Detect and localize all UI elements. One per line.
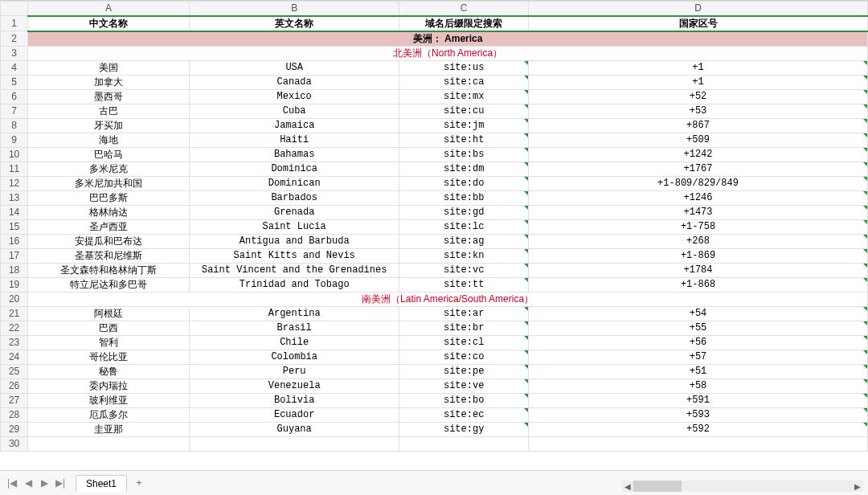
- cell-site[interactable]: site:lc: [399, 219, 529, 234]
- grid-area[interactable]: A B C D 1中文名称英文名称域名后缀限定搜索国家区号2美洲： Americ…: [0, 1, 868, 471]
- row-header[interactable]: 1: [1, 16, 28, 31]
- cell-cn[interactable]: 阿根廷: [28, 306, 190, 321]
- row-header[interactable]: 16: [1, 234, 28, 248]
- region-sa-label[interactable]: 南美洲（Latin America/South America）: [28, 292, 868, 306]
- row-header[interactable]: 26: [1, 378, 28, 393]
- cell-code[interactable]: [529, 436, 868, 451]
- cell-en[interactable]: Dominican: [190, 176, 399, 190]
- cell-cn[interactable]: 委内瑞拉: [28, 378, 190, 393]
- add-sheet-button[interactable]: +: [132, 476, 146, 490]
- cell-site[interactable]: site:co: [399, 350, 529, 364]
- cell-cn[interactable]: 美国: [28, 60, 190, 75]
- cell-en[interactable]: Ecuador: [190, 407, 399, 422]
- row-header[interactable]: 14: [1, 205, 28, 219]
- sheet-nav-first[interactable]: |◀: [5, 476, 19, 490]
- cell-code[interactable]: +1-758: [529, 219, 868, 234]
- row-header[interactable]: 2: [1, 31, 28, 47]
- cell-site[interactable]: site:kn: [399, 248, 529, 263]
- col-title-en[interactable]: 英文名称: [190, 16, 399, 31]
- cell-code[interactable]: +1473: [529, 205, 868, 219]
- hscroll-right[interactable]: ▶: [852, 481, 863, 492]
- cell-code[interactable]: +867: [529, 118, 868, 133]
- cell-code[interactable]: +1246: [529, 190, 868, 205]
- cell-site[interactable]: [399, 436, 529, 451]
- col-header-A[interactable]: A: [28, 2, 190, 16]
- cell-site[interactable]: site:ht: [399, 133, 529, 147]
- cell-code[interactable]: +56: [529, 335, 868, 350]
- cell-site[interactable]: site:gy: [399, 422, 529, 436]
- row-header[interactable]: 24: [1, 350, 28, 364]
- cell-site[interactable]: site:br: [399, 321, 529, 335]
- cell-site[interactable]: site:bb: [399, 190, 529, 205]
- cell-code[interactable]: +51: [529, 364, 868, 378]
- cell-en[interactable]: Grenada: [190, 205, 399, 219]
- cell-code[interactable]: +52: [529, 89, 868, 104]
- cell-code[interactable]: +57: [529, 350, 868, 364]
- cell-code[interactable]: +1: [529, 60, 868, 75]
- cell-site[interactable]: site:cl: [399, 335, 529, 350]
- cell-cn[interactable]: 巴巴多斯: [28, 190, 190, 205]
- select-all-corner[interactable]: [1, 2, 28, 16]
- cell-cn[interactable]: 圣文森特和格林纳丁斯: [28, 263, 190, 277]
- cell-cn[interactable]: 古巴: [28, 104, 190, 118]
- cell-code[interactable]: +1767: [529, 162, 868, 176]
- row-header[interactable]: 28: [1, 407, 28, 422]
- cell-cn[interactable]: 哥伦比亚: [28, 350, 190, 364]
- cell-en[interactable]: Colombia: [190, 350, 399, 364]
- row-header[interactable]: 15: [1, 219, 28, 234]
- cell-site[interactable]: site:us: [399, 60, 529, 75]
- cell-en[interactable]: Brasil: [190, 321, 399, 335]
- cell-en[interactable]: Canada: [190, 75, 399, 89]
- row-header[interactable]: 3: [1, 46, 28, 60]
- cell-en[interactable]: Bahamas: [190, 147, 399, 162]
- cell-en[interactable]: Saint Vincent and the Grenadines: [190, 263, 399, 277]
- cell-cn[interactable]: 圭亚那: [28, 422, 190, 436]
- sheet-tab-active[interactable]: Sheet1: [76, 475, 127, 492]
- col-header-B[interactable]: B: [190, 2, 399, 16]
- cell-code[interactable]: +1784: [529, 263, 868, 277]
- cell-cn[interactable]: 多米尼克: [28, 162, 190, 176]
- cell-cn[interactable]: 智利: [28, 335, 190, 350]
- cell-en[interactable]: Jamaica: [190, 118, 399, 133]
- cell-en[interactable]: Haiti: [190, 133, 399, 147]
- cell-site[interactable]: site:cu: [399, 104, 529, 118]
- cell-en[interactable]: Argentina: [190, 306, 399, 321]
- cell-site[interactable]: site:ar: [399, 306, 529, 321]
- cell-code[interactable]: +55: [529, 321, 868, 335]
- col-title-cn[interactable]: 中文名称: [28, 16, 190, 31]
- cell-code[interactable]: +592: [529, 422, 868, 436]
- cell-en[interactable]: Peru: [190, 364, 399, 378]
- row-header[interactable]: 11: [1, 162, 28, 176]
- sheet-nav-last[interactable]: ▶|: [53, 476, 68, 490]
- cell-en[interactable]: Cuba: [190, 104, 399, 118]
- cell-en[interactable]: Barbados: [190, 190, 399, 205]
- row-header[interactable]: 13: [1, 190, 28, 205]
- row-header[interactable]: 29: [1, 422, 28, 436]
- cell-site[interactable]: site:gd: [399, 205, 529, 219]
- col-header-D[interactable]: D: [529, 2, 868, 16]
- cell-en[interactable]: Dominica: [190, 162, 399, 176]
- cell-site[interactable]: site:tt: [399, 277, 529, 292]
- col-title-code[interactable]: 国家区号: [529, 16, 868, 31]
- cell-code[interactable]: +1-868: [529, 277, 868, 292]
- cell-site[interactable]: site:pe: [399, 364, 529, 378]
- cell-site[interactable]: site:vc: [399, 263, 529, 277]
- cell-cn[interactable]: 秘鲁: [28, 364, 190, 378]
- row-header[interactable]: 6: [1, 89, 28, 104]
- cell-en[interactable]: Bolivia: [190, 393, 399, 407]
- cell-en[interactable]: Venezuela: [190, 378, 399, 393]
- cell-cn[interactable]: 圣卢西亚: [28, 219, 190, 234]
- row-header[interactable]: 18: [1, 263, 28, 277]
- cell-code[interactable]: +54: [529, 306, 868, 321]
- cell-code[interactable]: +268: [529, 234, 868, 248]
- row-header[interactable]: 12: [1, 176, 28, 190]
- cell-cn[interactable]: 特立尼达和多巴哥: [28, 277, 190, 292]
- row-header[interactable]: 4: [1, 60, 28, 75]
- cell-code[interactable]: +1-869: [529, 248, 868, 263]
- cell-code[interactable]: +593: [529, 407, 868, 422]
- cell-cn[interactable]: 玻利维亚: [28, 393, 190, 407]
- cell-site[interactable]: site:ca: [399, 75, 529, 89]
- cell-en[interactable]: Saint Lucia: [190, 219, 399, 234]
- cell-site[interactable]: site:ec: [399, 407, 529, 422]
- row-header[interactable]: 20: [1, 292, 28, 306]
